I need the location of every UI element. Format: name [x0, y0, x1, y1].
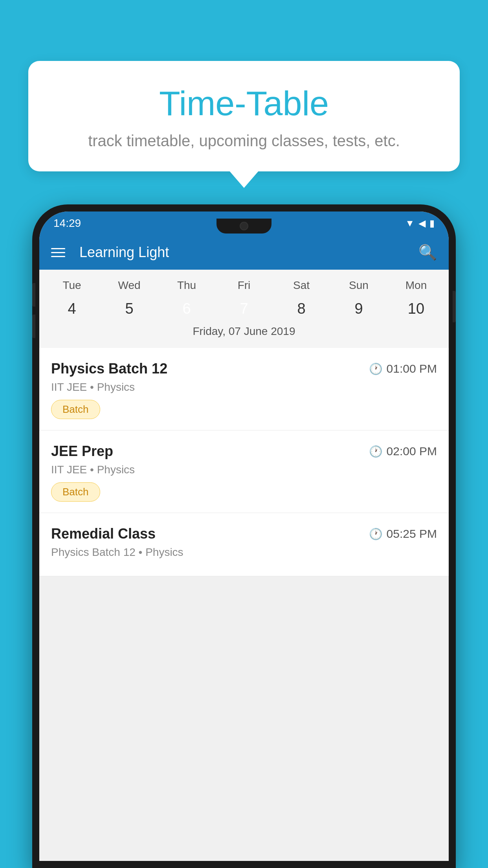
selected-date-label: Friday, 07 June 2019 — [39, 321, 449, 343]
search-icon[interactable]: 🔍 — [418, 244, 437, 261]
schedule-item-1-header: Physics Batch 12 🕐 01:00 PM — [51, 360, 437, 377]
day-header-tue: Tue — [43, 277, 101, 294]
day-header-fri: Fri — [215, 277, 273, 294]
day-headers: Tue Wed Thu Fri Sat Sun Mon — [39, 277, 449, 294]
schedule-item-2-time: 🕐 02:00 PM — [369, 445, 437, 458]
day-header-sun: Sun — [330, 277, 387, 294]
schedule-item-3[interactable]: Remedial Class 🕐 05:25 PM Physics Batch … — [39, 513, 449, 576]
front-camera — [240, 222, 248, 230]
app-title: Learning Light — [79, 244, 407, 261]
app-bar: Learning Light 🔍 — [39, 235, 449, 270]
schedule-item-3-header: Remedial Class 🕐 05:25 PM — [51, 526, 437, 542]
batch-badge-2: Batch — [51, 482, 100, 502]
schedule-item-3-time: 🕐 05:25 PM — [369, 527, 437, 541]
status-icons: ▼ ◀ ▮ — [405, 218, 435, 229]
batch-badge-1: Batch — [51, 400, 100, 419]
phone-notch — [216, 219, 272, 234]
day-10[interactable]: 10 — [387, 296, 445, 321]
day-header-wed: Wed — [101, 277, 158, 294]
schedule-item-3-subtitle: Physics Batch 12 • Physics — [51, 546, 437, 559]
wifi-icon: ▼ — [405, 218, 415, 229]
bubble-subtitle: track timetable, upcoming classes, tests… — [48, 132, 440, 150]
day-numbers: 4 5 6 7 8 9 10 — [39, 296, 449, 321]
menu-button[interactable] — [51, 248, 65, 257]
schedule-item-1-title: Physics Batch 12 — [51, 360, 167, 377]
signal-icon: ◀ — [418, 218, 426, 229]
power-button — [453, 291, 456, 322]
vol-up-button — [32, 283, 35, 307]
day-header-sat: Sat — [273, 277, 330, 294]
schedule-item-1-subtitle: IIT JEE • Physics — [51, 381, 437, 394]
schedule-item-2[interactable]: JEE Prep 🕐 02:00 PM IIT JEE • Physics Ba… — [39, 430, 449, 513]
day-header-thu: Thu — [158, 277, 215, 294]
schedule-item-1-time: 🕐 01:00 PM — [369, 362, 437, 375]
schedule-item-2-header: JEE Prep 🕐 02:00 PM — [51, 443, 437, 460]
day-6-today[interactable]: 6 — [158, 296, 215, 321]
day-7-selected[interactable]: 7 — [215, 296, 273, 321]
day-header-mon: Mon — [387, 277, 445, 294]
clock-icon-2: 🕐 — [369, 445, 383, 458]
schedule-item-2-subtitle: IIT JEE • Physics — [51, 463, 437, 476]
day-4[interactable]: 4 — [43, 296, 101, 321]
calendar-strip: Tue Wed Thu Fri Sat Sun Mon 4 5 6 7 8 9 … — [39, 270, 449, 348]
battery-icon: ▮ — [429, 218, 435, 229]
phone-screen: 14:29 ▼ ◀ ▮ Learning Light 🔍 Tue Wed Thu — [39, 211, 449, 861]
day-5[interactable]: 5 — [101, 296, 158, 321]
vol-down-button — [32, 314, 35, 338]
schedule-list: Physics Batch 12 🕐 01:00 PM IIT JEE • Ph… — [39, 348, 449, 576]
status-time: 14:29 — [53, 217, 81, 230]
day-8[interactable]: 8 — [273, 296, 330, 321]
schedule-item-3-title: Remedial Class — [51, 526, 156, 542]
schedule-item-1[interactable]: Physics Batch 12 🕐 01:00 PM IIT JEE • Ph… — [39, 348, 449, 430]
schedule-item-2-title: JEE Prep — [51, 443, 113, 460]
phone-shell: 14:29 ▼ ◀ ▮ Learning Light 🔍 Tue Wed Thu — [32, 204, 456, 868]
clock-icon-1: 🕐 — [369, 362, 383, 375]
speech-bubble: Time-Table track timetable, upcoming cla… — [28, 61, 460, 171]
clock-icon-3: 🕐 — [369, 528, 383, 541]
day-9[interactable]: 9 — [330, 296, 387, 321]
bubble-title: Time-Table — [48, 85, 440, 123]
